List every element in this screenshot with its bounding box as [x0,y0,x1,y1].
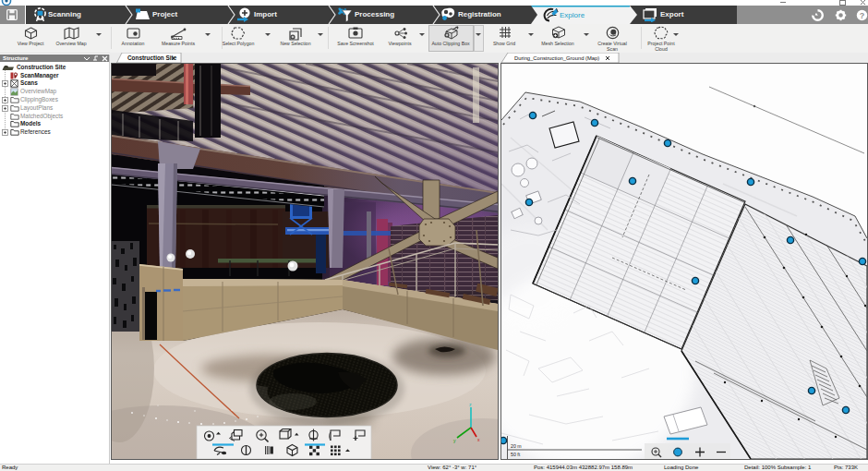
svg-text:20 m: 20 m [511,443,522,449]
svg-text:50 ft: 50 ft [511,452,521,457]
svg-text:?: ? [860,11,865,20]
